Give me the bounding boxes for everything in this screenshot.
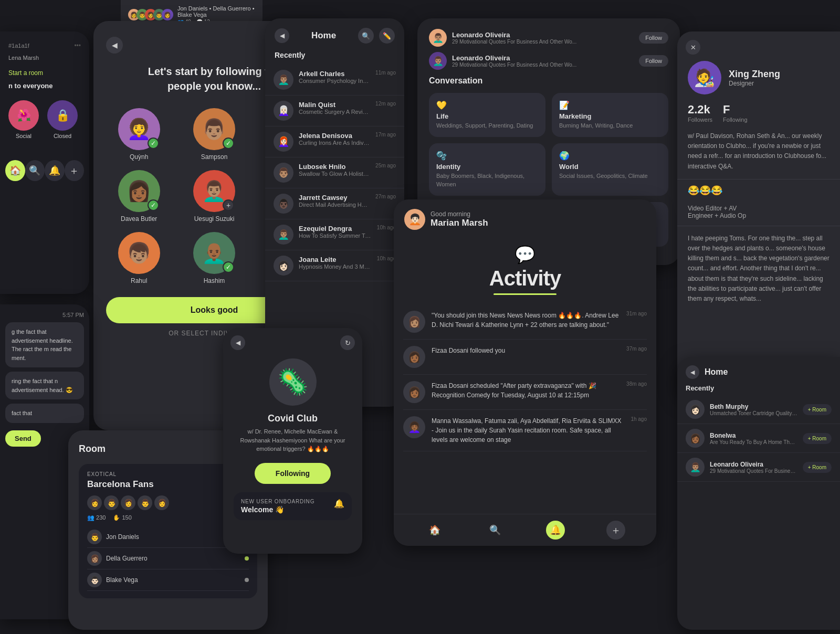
activity-bottom-nav: 🏠 🔍 🔔 ＋	[394, 514, 656, 546]
activity-item-4[interactable]: 👩🏾‍🦱 Manna Wassalwa, Fatuma zali, Aya Ab…	[403, 410, 647, 451]
activity-time-3: 38m ago	[626, 381, 647, 387]
nav-bell-icon[interactable]: 🔔	[546, 521, 565, 540]
profile-emojis: 😂😂😂	[677, 179, 840, 202]
room-member-name-della: Della Guerrero	[106, 555, 148, 562]
activity-item-3[interactable]: 👩🏾 Fizaa Dosani scheduled "After party e…	[403, 375, 647, 410]
activity-list: 👩🏽 "You should join this News News News …	[394, 304, 656, 451]
explore-nav-icon[interactable]: 🔍	[25, 160, 45, 181]
convo-jarrett[interactable]: 👨🏿 Jarrett Cawsey Direct Mail Advertisin…	[265, 188, 404, 219]
nav-explore-icon[interactable]: 🔍	[486, 521, 505, 540]
profile-role: Designer	[729, 80, 780, 87]
activity-item-2[interactable]: 👩🏾 Fizaa Dosani followed you 37m ago	[403, 340, 647, 375]
activity-avatar-1: 👩🏽	[403, 311, 425, 333]
activity-underline	[494, 293, 556, 295]
activity-avatar-4: 👩🏾‍🦱	[403, 416, 425, 438]
person-sampson[interactable]: 👨🏽✓ Sampson	[181, 108, 247, 161]
lubosek-desc: Swallow To Glow A Holistic Approach To S…	[299, 171, 370, 177]
send-button[interactable]: Send	[5, 430, 41, 447]
activity-item-1[interactable]: 👩🏽 "You should join this News News News …	[403, 304, 647, 340]
followers-label: Followers	[688, 117, 712, 123]
marketing-emoji: 📝	[559, 100, 661, 110]
home2-panel: ◀ Home Recently 👩🏻 Beth Murphy Unmatched…	[677, 357, 840, 630]
life-sub: Weddings, Support, Parenting, Dating	[436, 122, 538, 130]
beth-desc: Unmatched Toner Cartridge Quality 20 Les…	[710, 410, 797, 416]
marketing-name: Marketing	[559, 112, 661, 120]
arkell-name: Arkell Charles	[299, 70, 370, 78]
activity-time-2: 37m ago	[626, 346, 647, 352]
leonardo-room-btn[interactable]: + Room	[803, 462, 832, 473]
joana-time: 10h ago	[377, 256, 396, 261]
suggest-desc-1: 29 Motivational Quotes For Business And …	[452, 39, 634, 45]
plus-nav-icon[interactable]: ＋	[65, 160, 85, 181]
topic-life[interactable]: 💛 Life Weddings, Support, Parenting, Dat…	[429, 93, 545, 137]
room-member-avatar-5: 👩	[154, 495, 169, 510]
home2-leonardo[interactable]: 👨🏽‍🦱 Leonardo Oliveira 29 Motivational Q…	[677, 453, 840, 482]
person-name-uesugi: Uesugi Suzuki	[194, 215, 235, 223]
convo-ezequiel[interactable]: 👨🏽‍🦱 Ezequiel Dengra How To Satisfy Summ…	[265, 219, 404, 250]
person-davea[interactable]: 👩🏾✓ Davea Butler	[106, 170, 172, 223]
room-member-avatar-4: 👨	[138, 495, 152, 510]
person-uesugi[interactable]: 👨🏽‍🦱+ Uesugi Suzuki	[181, 170, 247, 223]
convo-jelena[interactable]: 👩🏻‍🦰 Jelena Denisova Curling Irons Are A…	[265, 126, 404, 157]
identity-sub: Baby Boomers, Black, Indigenous, Women	[436, 172, 538, 188]
follow-btn-1[interactable]: Follow	[639, 32, 668, 44]
check-badge-5: ✓	[223, 261, 234, 273]
convo-arkell[interactable]: 👨🏽‍🦱 Arkell Charles Consumer Psychology …	[265, 65, 404, 96]
activity-time-4: 1h ago	[631, 416, 647, 422]
follow-btn-2[interactable]: Follow	[639, 55, 668, 67]
jelena-avatar: 👩🏻‍🦰	[274, 132, 293, 152]
social-icon-item[interactable]: 🌺 Social	[8, 100, 39, 139]
profile-long-bio: I hate peeping Toms. For one thing the..…	[677, 226, 840, 311]
following-button[interactable]: Following	[255, 463, 331, 484]
convo-joana[interactable]: 👩🏻 Joana Leite Hypnosis Money And 3 Majo…	[265, 250, 404, 281]
marketing-sub: Burning Man, Writing, Dance	[559, 122, 661, 130]
chat-bubble-icon: 💬	[404, 245, 646, 265]
following-count: F	[723, 103, 747, 117]
topic-world[interactable]: 🌍 World Social Issues, Geopolitics, Clim…	[552, 143, 668, 196]
bell-icon[interactable]: 🔔	[334, 499, 344, 509]
activity-text-1: "You should join this News News News roo…	[432, 311, 620, 330]
covid-club-avatar: 🦠	[269, 358, 317, 406]
home2-back-btn[interactable]: ◀	[686, 365, 699, 379]
world-name: World	[559, 163, 661, 171]
refresh-icon[interactable]: ↻	[340, 335, 355, 350]
suggest-avatar-1: 👨🏽‍🦱	[429, 29, 447, 47]
closed-icon-item[interactable]: 🔒 Closed	[47, 100, 78, 139]
topic-identity[interactable]: 🫧 Identity Baby Boomers, Black, Indigeno…	[429, 143, 545, 196]
world-emoji: 🌍	[559, 151, 661, 161]
home-edit-icon[interactable]: ✏️	[379, 28, 395, 44]
home2-bonelwa[interactable]: 👩🏾 Bonelwa Are You Ready To Buy A Home T…	[677, 424, 840, 453]
home-search-icon[interactable]: 🔍	[358, 28, 374, 44]
bonelwa-room-btn[interactable]: + Room	[803, 433, 832, 444]
convo-malin[interactable]: 👩🏻‍🦳 Malin Quist Cosmetic Surgery A Revi…	[265, 96, 404, 126]
nav-home-icon[interactable]: 🏠	[425, 521, 444, 540]
beth-room-btn[interactable]: + Room	[803, 404, 832, 415]
convo-lubosek[interactable]: 👨🏽 Lubosek Hnilo Swallow To Glow A Holis…	[265, 157, 404, 188]
person-rahul[interactable]: 👦🏽 Rahul	[106, 232, 172, 284]
room-member-avatar-blake: 👨🏻	[87, 573, 102, 587]
onboarding-card[interactable]: 🔔 NEW USER ONBOARDING Welcome 👋	[234, 492, 352, 520]
profile-close-btn[interactable]: ✕	[686, 40, 700, 55]
beth-avatar: 👩🏻	[686, 400, 705, 419]
social-label: Social	[16, 133, 32, 139]
person-hashim[interactable]: 👨🏾‍🦲✓ Hashim	[181, 232, 247, 284]
room-panel-title: Room	[79, 443, 106, 455]
nav-plus-icon[interactable]: ＋	[606, 521, 625, 540]
following-label: Following	[723, 117, 747, 123]
home-back-btn[interactable]: ◀	[275, 28, 289, 43]
person-quynh[interactable]: 👩‍🦱✓ Quỳnh	[106, 108, 172, 161]
room-member-avatar-3: 👩	[121, 495, 135, 510]
topic-marketing[interactable]: 📝 Marketing Burning Man, Writing, Dance	[552, 93, 668, 137]
world-sub: Social Issues, Geopolitics, Climate	[559, 172, 661, 180]
bell-nav-icon[interactable]: 🔔	[45, 160, 65, 181]
recently-label: Recently	[265, 49, 404, 65]
home-nav-icon[interactable]: 🏠	[5, 160, 25, 181]
leonardo-avatar: 👨🏽‍🦱	[686, 458, 705, 477]
malin-desc: Cosmetic Surgery A Review Of Facial Surg…	[299, 109, 370, 115]
following-back-btn[interactable]: ◀	[106, 37, 123, 54]
home2-beth[interactable]: 👩🏻 Beth Murphy Unmatched Toner Cartridge…	[677, 395, 840, 424]
activity-panel: 🧑🏻‍🦱 Good morning Marian Marsh 💬 Activit…	[394, 199, 656, 546]
joana-avatar: 👩🏻	[274, 256, 293, 276]
covid-back-btn[interactable]: ◀	[230, 335, 245, 350]
jelena-desc: Curling Irons Are As Individual As The W…	[299, 140, 370, 146]
